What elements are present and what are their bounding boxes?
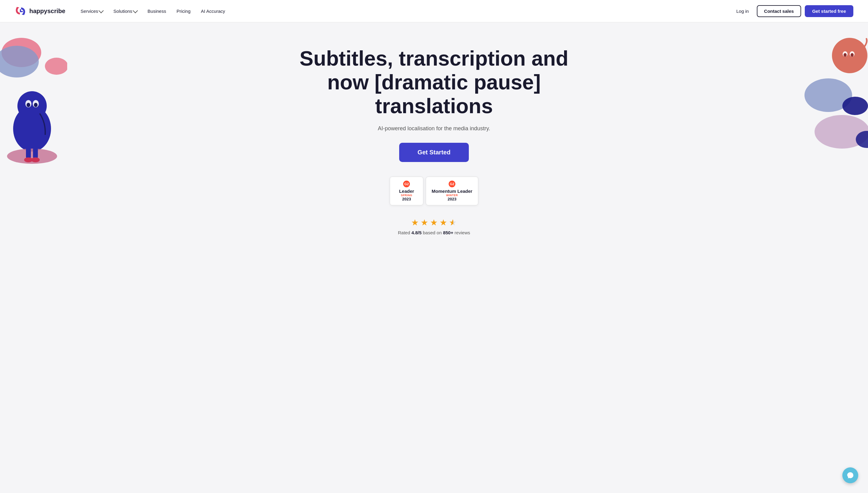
- get-started-hero-button[interactable]: Get Started: [399, 143, 469, 162]
- svg-point-20: [842, 97, 868, 115]
- nav-pricing[interactable]: Pricing: [172, 6, 195, 16]
- awards-badges: G2 Leader SPRING 2023 G2 Momentum Leader…: [390, 177, 478, 205]
- brand-name: happyscribe: [29, 8, 65, 15]
- nav-services[interactable]: Services: [76, 6, 107, 16]
- svg-point-14: [832, 38, 867, 73]
- contact-sales-button[interactable]: Contact sales: [757, 5, 802, 17]
- nav-business[interactable]: Business: [143, 6, 170, 16]
- svg-point-4: [17, 91, 47, 121]
- badge-year-1: 2023: [396, 197, 418, 201]
- deco-right: [801, 34, 868, 182]
- nav-actions: Log in Contact sales Get started free: [732, 5, 853, 17]
- get-started-nav-button[interactable]: Get started free: [805, 5, 853, 17]
- svg-point-18: [851, 53, 854, 57]
- star-1: ★: [411, 217, 419, 228]
- svg-point-13: [31, 157, 40, 162]
- badge-year-2: 2023: [431, 197, 472, 201]
- chevron-down-icon: [99, 8, 104, 13]
- rating-reviews: 850+: [443, 230, 453, 235]
- hero-title: Subtitles, transcription and now [dramat…: [297, 46, 571, 118]
- star-4: ★: [440, 217, 447, 228]
- svg-point-2: [45, 58, 67, 75]
- navbar: happyscribe Services Solutions Business …: [0, 0, 868, 22]
- rating-text: Rated 4.8/5 based on 850+ reviews: [398, 230, 470, 235]
- star-rating: ★ ★ ★ ★ ★ ★: [398, 217, 470, 228]
- nav-ai-accuracy[interactable]: AI Accuracy: [197, 6, 229, 16]
- badge-momentum-leader: G2 Momentum Leader WINTER 2023: [426, 177, 478, 205]
- rating-section: ★ ★ ★ ★ ★ ★ Rated 4.8/5 based on 850+ re…: [398, 217, 470, 235]
- badge-title-leader: Leader: [396, 189, 418, 194]
- deco-left: [0, 34, 67, 182]
- nav-solutions[interactable]: Solutions: [109, 6, 141, 16]
- g2-icon: G2: [396, 180, 418, 187]
- badge-title-momentum: Momentum Leader: [431, 189, 472, 194]
- chat-icon: [847, 472, 854, 479]
- g2-icon-2: G2: [431, 180, 472, 187]
- rating-score: 4.8/5: [411, 230, 422, 235]
- hero-subtitle: AI-powered localisation for the media in…: [378, 125, 490, 132]
- svg-point-9: [7, 149, 57, 164]
- hero-section: Subtitles, transcription and now [dramat…: [0, 22, 868, 493]
- star-2: ★: [421, 217, 428, 228]
- login-button[interactable]: Log in: [732, 6, 753, 16]
- logo-icon: [15, 5, 26, 17]
- nav-links: Services Solutions Business Pricing AI A…: [76, 6, 732, 16]
- svg-point-7: [26, 103, 30, 107]
- chevron-down-icon: [133, 8, 138, 13]
- star-half: ★ ★: [449, 217, 457, 228]
- star-3: ★: [430, 217, 438, 228]
- chat-support-button[interactable]: [842, 467, 858, 483]
- badge-season-spring: SPRING: [396, 194, 418, 197]
- badge-leader: G2 Leader SPRING 2023: [390, 177, 423, 205]
- svg-point-8: [34, 103, 38, 107]
- badge-season-winter: WINTER: [431, 194, 472, 197]
- svg-point-17: [844, 53, 847, 57]
- logo-link[interactable]: happyscribe: [15, 5, 65, 17]
